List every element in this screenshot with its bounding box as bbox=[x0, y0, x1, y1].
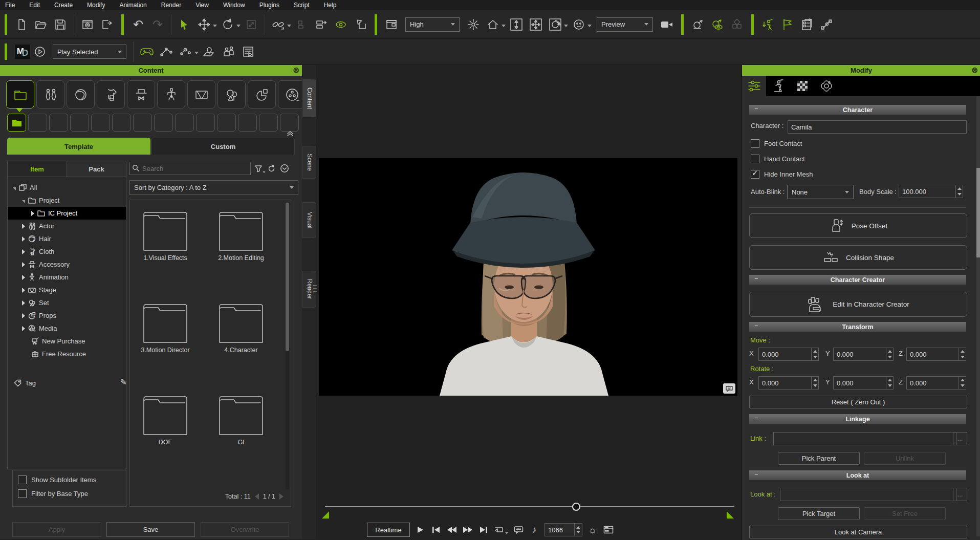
slot-empty[interactable] bbox=[28, 114, 47, 132]
tree-item-animation[interactable]: Animation bbox=[8, 271, 126, 284]
tree-expand-icon[interactable] bbox=[13, 187, 16, 190]
menu-help[interactable]: Help bbox=[324, 2, 337, 9]
menu-script[interactable]: Script bbox=[294, 2, 310, 9]
path-tool-button[interactable] bbox=[158, 42, 175, 61]
tree-expand-icon[interactable] bbox=[22, 224, 25, 229]
tab-modify-animation[interactable] bbox=[766, 76, 790, 96]
panel-splitter-handle[interactable] bbox=[307, 285, 311, 292]
next-frame-button[interactable] bbox=[462, 524, 473, 535]
auto-blink-dropdown[interactable]: None bbox=[787, 185, 854, 199]
character-creator-section-header[interactable]: − Character Creator bbox=[749, 275, 966, 285]
category-actor[interactable] bbox=[36, 80, 64, 109]
select-tool-button[interactable] bbox=[176, 15, 193, 34]
modify-close-icon[interactable]: ⊗ bbox=[971, 66, 978, 75]
first-frame-button[interactable] bbox=[430, 524, 442, 535]
tree-expand-icon[interactable] bbox=[22, 288, 25, 293]
undo-button[interactable]: ↶ bbox=[129, 15, 147, 34]
move-y-spinner[interactable] bbox=[886, 348, 894, 361]
edit-pivot-button[interactable] bbox=[352, 15, 369, 34]
filter-base-type-checkbox[interactable] bbox=[18, 489, 27, 498]
rotate-tool-dropdown[interactable] bbox=[236, 25, 241, 27]
menu-view[interactable]: View bbox=[195, 2, 209, 9]
play-button[interactable] bbox=[415, 524, 426, 535]
play-selected-dropdown[interactable]: Play Selected bbox=[53, 45, 126, 59]
home-camera-dropdown[interactable] bbox=[502, 25, 506, 27]
side-tab-visual[interactable]: Visual bbox=[302, 202, 316, 238]
move-tool-button[interactable] bbox=[195, 15, 213, 34]
move-x-input[interactable] bbox=[758, 348, 819, 361]
modify-panel-header[interactable]: Modify ⊗ bbox=[742, 65, 980, 76]
side-tab-scene[interactable]: Scene bbox=[302, 146, 316, 179]
slot-empty[interactable] bbox=[49, 114, 68, 132]
collapse-icon[interactable]: − bbox=[754, 322, 758, 330]
timeline-start-marker[interactable] bbox=[322, 511, 329, 519]
category-project[interactable] bbox=[6, 80, 34, 109]
folder-item-character[interactable]: 4.Character bbox=[211, 301, 271, 354]
edit-in-character-creator-button[interactable]: Edit in Character Creator bbox=[749, 292, 967, 317]
look-at-input[interactable] bbox=[780, 488, 956, 501]
realtime-button[interactable]: Realtime bbox=[367, 523, 410, 537]
tree-item-ic-project[interactable]: IC Project bbox=[8, 207, 126, 220]
show-subfolder-checkbox[interactable] bbox=[18, 476, 27, 484]
collapse-icon[interactable]: − bbox=[754, 471, 758, 478]
rotate-x-input[interactable] bbox=[758, 376, 819, 390]
tab-modify-settings[interactable] bbox=[742, 76, 766, 96]
menu-create[interactable]: Create bbox=[54, 2, 73, 9]
tree-expand-icon[interactable] bbox=[22, 200, 25, 203]
body-scale-spinner[interactable] bbox=[955, 185, 963, 198]
slot-empty[interactable] bbox=[238, 114, 257, 132]
hide-inner-mesh-checkbox[interactable] bbox=[751, 170, 759, 179]
move-z-spinner[interactable] bbox=[959, 348, 966, 361]
save-button[interactable]: Save bbox=[106, 522, 195, 537]
save-project-button[interactable] bbox=[52, 15, 69, 34]
modify-scrollbar[interactable] bbox=[976, 96, 980, 536]
tree-item-set[interactable]: Set bbox=[8, 296, 126, 309]
folder-item-motion-director[interactable]: 3.Motion Director bbox=[135, 301, 195, 354]
category-set[interactable] bbox=[217, 80, 246, 109]
constraint-button[interactable] bbox=[689, 15, 707, 34]
brightness-icon[interactable]: ☼ bbox=[587, 524, 598, 535]
menu-render[interactable]: Render bbox=[161, 2, 181, 9]
motion-list-button[interactable] bbox=[239, 42, 257, 61]
body-scale-input[interactable] bbox=[899, 185, 963, 198]
character-section-header[interactable]: − Character bbox=[749, 105, 966, 115]
menu-modify[interactable]: Modify bbox=[87, 2, 105, 9]
path-points-dropdown[interactable] bbox=[194, 52, 199, 54]
visibility-button[interactable] bbox=[332, 15, 350, 34]
spawn-point-button[interactable] bbox=[201, 42, 218, 61]
crowd-button[interactable] bbox=[220, 42, 237, 61]
category-hair[interactable] bbox=[67, 80, 95, 109]
tree-item-media[interactable]: Media bbox=[8, 322, 126, 335]
category-cloth[interactable] bbox=[97, 80, 125, 109]
link-dropdown[interactable] bbox=[287, 25, 291, 27]
category-animation[interactable] bbox=[157, 80, 185, 109]
tree-expand-icon[interactable] bbox=[31, 211, 34, 216]
folder-item-motion-editing[interactable]: 2.Motion Editing bbox=[211, 209, 271, 262]
home-camera-button[interactable] bbox=[484, 15, 502, 34]
look-at-browse-button[interactable]: ... bbox=[953, 488, 967, 501]
category-props[interactable] bbox=[248, 80, 276, 109]
move-z-input[interactable] bbox=[906, 348, 966, 361]
tree-expand-icon[interactable] bbox=[22, 275, 25, 280]
menu-plugins[interactable]: Plugins bbox=[259, 2, 279, 9]
tab-modify-physics[interactable] bbox=[814, 76, 838, 96]
category-accessory[interactable] bbox=[127, 80, 155, 109]
play-preview-button[interactable] bbox=[31, 42, 49, 61]
task-list-button[interactable] bbox=[798, 15, 816, 34]
slot-empty[interactable] bbox=[175, 114, 194, 132]
folder-item-gi[interactable]: GI bbox=[211, 394, 271, 446]
render-image-button[interactable] bbox=[79, 15, 96, 34]
timeline-panel-button[interactable] bbox=[603, 524, 614, 535]
pick-target-button[interactable]: Pick Target bbox=[778, 507, 860, 520]
speech-caption-button[interactable] bbox=[513, 524, 524, 535]
tree-item-new-purchase[interactable]: New Purchase bbox=[8, 335, 126, 348]
tag-row[interactable]: Tag ✎ bbox=[8, 376, 132, 390]
face-camera-button[interactable] bbox=[570, 15, 587, 34]
foot-contact-checkbox[interactable] bbox=[751, 139, 759, 148]
light-button[interactable] bbox=[465, 15, 482, 34]
flatten-button[interactable] bbox=[313, 15, 330, 34]
tree-item-free-resource[interactable]: Free Resource bbox=[8, 348, 126, 360]
motion-director-button[interactable] bbox=[759, 15, 777, 34]
filter-funnel-icon[interactable] bbox=[253, 162, 264, 175]
collapse-chevron-icon[interactable] bbox=[287, 131, 294, 137]
